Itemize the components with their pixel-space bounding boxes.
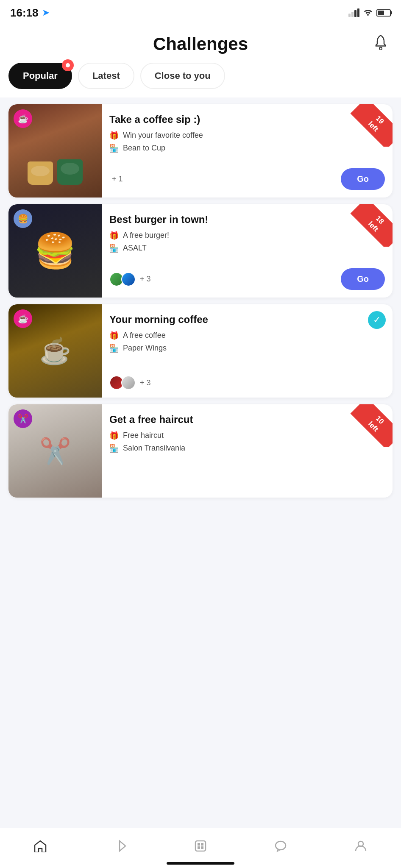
- challenge-card-coffee-sip: ☕ 19left Take a coffee sip :) 🎁 Win your…: [8, 104, 393, 198]
- check-badge: ✓: [368, 311, 386, 329]
- nav-home[interactable]: [27, 837, 54, 855]
- svg-point-0: [379, 47, 382, 50]
- svg-rect-3: [198, 843, 200, 846]
- tabs-container: Popular Latest Close to you: [0, 63, 401, 97]
- card-prize-morning-coffee: 🎁 A free coffee: [109, 331, 385, 340]
- challenge-card-best-burger: 🍔 🍔 18left Best burger in town! 🎁 A free…: [8, 204, 393, 298]
- prize-icon-4: 🎁: [109, 431, 119, 440]
- go-button-coffee-sip[interactable]: Go: [341, 168, 385, 190]
- page-title: Challenges: [153, 34, 248, 54]
- notification-button[interactable]: [373, 34, 388, 53]
- prize-icon: 🎁: [109, 131, 119, 140]
- card-info-morning-coffee: ✓ Your morning coffee 🎁 A free coffee 🏪 …: [102, 304, 393, 398]
- challenge-card-morning-coffee: ☕ ☕ ✓ Your morning coffee 🎁 A free coffe…: [8, 304, 393, 398]
- status-bar: 16:18 ➤: [0, 0, 401, 24]
- participant-avatars-3: + 3: [109, 376, 151, 390]
- svg-rect-2: [195, 841, 206, 851]
- category-icon-coffee-2: ☕: [14, 309, 32, 328]
- nav-profile[interactable]: [347, 837, 374, 855]
- signal-bar-2: [351, 12, 354, 17]
- prize-icon-2: 🎁: [109, 231, 119, 240]
- nav-chat[interactable]: [267, 837, 294, 855]
- card-footer-morning-coffee: + 3: [109, 376, 385, 390]
- signal-bar-3: [354, 10, 356, 17]
- category-icon-scissors: ✂️: [14, 409, 32, 428]
- ribbon-free-haircut: 10left: [350, 404, 393, 447]
- card-store-coffee-sip: 🏪 Bean to Cup: [109, 144, 385, 153]
- card-footer-coffee-sip: + 1 Go: [109, 168, 385, 190]
- header: Challenges: [0, 24, 401, 63]
- tab-latest[interactable]: Latest: [78, 63, 134, 89]
- card-prize-coffee-sip: 🎁 Win your favorite coffee: [109, 131, 385, 140]
- nav-explore[interactable]: [107, 837, 134, 855]
- store-icon-4: 🏪: [109, 444, 119, 453]
- avatar-4: [121, 376, 136, 390]
- nav-store[interactable]: [187, 837, 214, 855]
- go-button-best-burger[interactable]: Go: [341, 268, 385, 290]
- card-store-best-burger: 🏪 ASALT: [109, 244, 385, 253]
- card-title-coffee-sip: Take a coffee sip :): [109, 114, 385, 126]
- participant-avatars: + 1: [109, 175, 123, 184]
- ribbon-coffee-sip: 19left: [350, 104, 393, 147]
- store-icon-2: 🏪: [109, 244, 119, 253]
- signal-bar-4: [357, 8, 359, 17]
- store-icon-3: 🏪: [109, 344, 119, 353]
- category-icon-food: 🍔: [14, 209, 32, 228]
- card-image-coffee-sip: ☕: [8, 104, 102, 198]
- status-icons: [348, 8, 391, 18]
- signal-bars: [348, 8, 359, 17]
- status-time: 16:18: [10, 6, 39, 19]
- card-prize-best-burger: 🎁 A free burger!: [109, 231, 385, 240]
- prize-icon-3: 🎁: [109, 331, 119, 340]
- card-store-free-haircut: 🏪 Salon Transilvania: [109, 444, 385, 453]
- avatar-2: [121, 272, 136, 287]
- svg-rect-6: [201, 846, 203, 849]
- card-image-free-haircut: ✂️ ✂️: [8, 404, 102, 498]
- ribbon-best-burger: 18left: [350, 204, 393, 247]
- challenge-card-free-haircut: ✂️ ✂️ 10left Get a free haircut 🎁 Free h…: [8, 404, 393, 498]
- tab-close-to-you[interactable]: Close to you: [140, 63, 225, 89]
- category-icon-coffee: ☕: [14, 109, 32, 128]
- svg-marker-1: [120, 841, 125, 851]
- card-info-free-haircut: 10left Get a free haircut 🎁 Free haircut…: [102, 404, 393, 498]
- store-icon: 🏪: [109, 144, 119, 153]
- card-title-morning-coffee: Your morning coffee: [109, 314, 385, 326]
- signal-bar-1: [348, 14, 351, 17]
- card-info-coffee-sip: 19left Take a coffee sip :) 🎁 Win your f…: [102, 104, 393, 198]
- location-icon: ➤: [42, 7, 50, 18]
- challenges-list: ☕ 19left Take a coffee sip :) 🎁 Win your…: [0, 97, 401, 570]
- card-title-best-burger: Best burger in town!: [109, 214, 385, 226]
- participant-avatars-2: + 3: [109, 272, 151, 287]
- wifi-icon: [363, 8, 373, 18]
- card-image-morning-coffee: ☕ ☕: [8, 304, 102, 398]
- card-image-best-burger: 🍔 🍔: [8, 204, 102, 298]
- tab-badge: [62, 59, 74, 71]
- card-title-free-haircut: Get a free haircut: [109, 414, 385, 426]
- card-info-best-burger: 18left Best burger in town! 🎁 A free bur…: [102, 204, 393, 298]
- card-footer-best-burger: + 3 Go: [109, 268, 385, 290]
- card-store-morning-coffee: 🏪 Paper Wings: [109, 344, 385, 353]
- tab-popular[interactable]: Popular: [8, 63, 72, 89]
- svg-rect-5: [198, 846, 200, 849]
- card-prize-free-haircut: 🎁 Free haircut: [109, 431, 385, 440]
- svg-point-7: [276, 841, 286, 850]
- battery-icon: [376, 9, 391, 17]
- svg-rect-4: [201, 843, 203, 846]
- home-bar: [167, 862, 234, 865]
